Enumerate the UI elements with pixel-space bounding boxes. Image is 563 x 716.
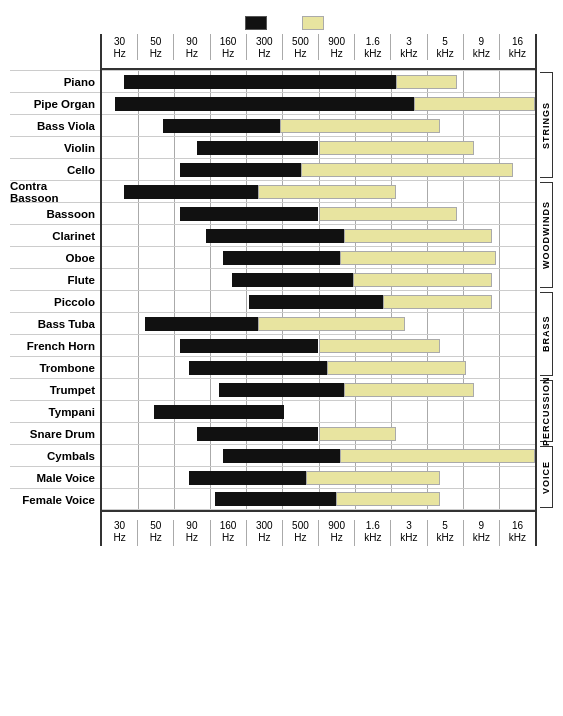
chart-row-17 (102, 444, 535, 466)
bar-fundamental-18 (189, 471, 306, 485)
instrument-label-14: Trumpet (10, 378, 100, 400)
side-group-label-0: STRINGS (540, 72, 553, 178)
bar-fundamental-8 (223, 251, 340, 265)
axis-label-top-9: 5kHz (427, 34, 463, 60)
bar-fundamental-7 (206, 229, 345, 243)
bar-harmonics-19 (336, 492, 440, 506)
bar-harmonics-7 (344, 229, 491, 243)
side-group-3: PERCUSSION (537, 378, 553, 444)
instrument-label-3: Violin (10, 136, 100, 158)
side-group-label-4: VOICE (540, 446, 553, 508)
chart-row-0 (102, 70, 535, 92)
bar-harmonics-16 (319, 427, 397, 441)
axis-label-top-11: 16kHz (499, 34, 535, 60)
instrument-label-1: Pipe Organ (10, 92, 100, 114)
instrument-label-13: Trombone (10, 356, 100, 378)
bar-fundamental-19 (215, 492, 336, 506)
rows-container (102, 70, 535, 510)
side-group-4: VOICE (537, 444, 553, 510)
chart-row-12 (102, 334, 535, 356)
bar-harmonics-11 (258, 317, 405, 331)
bar-harmonics-0 (396, 75, 457, 89)
axis-label-top-0: 30Hz (102, 34, 137, 60)
chart-row-2 (102, 114, 535, 136)
axis-label-top-2: 90Hz (173, 34, 209, 60)
instrument-label-0: Piano (10, 70, 100, 92)
chart-row-6 (102, 202, 535, 224)
bar-harmonics-10 (383, 295, 491, 309)
bar-harmonics-12 (319, 339, 440, 353)
axis-label-top-1: 50Hz (137, 34, 173, 60)
axis-label-top-6: 900Hz (318, 34, 354, 60)
fundamental-color-box (245, 16, 267, 30)
chart-row-14 (102, 378, 535, 400)
side-group-0: STRINGS (537, 70, 553, 180)
instrument-label-7: Clarinet (10, 224, 100, 246)
bar-fundamental-4 (180, 163, 301, 177)
axis-label-bottom-0: 30Hz (102, 520, 137, 546)
bar-fundamental-0 (124, 75, 397, 89)
axis-label-bottom-9: 5kHz (427, 520, 463, 546)
axis-label-bottom-2: 90Hz (173, 520, 209, 546)
bar-harmonics-1 (414, 97, 535, 111)
bar-harmonics-2 (280, 119, 440, 133)
instrument-label-4: Cello (10, 158, 100, 180)
chart-row-15 (102, 400, 535, 422)
bar-fundamental-12 (180, 339, 319, 353)
instrument-labels: PianoPipe OrganBass ViolaViolinCelloCont… (10, 34, 100, 546)
chart-row-7 (102, 224, 535, 246)
axis-label-top-5: 500Hz (282, 34, 318, 60)
axis-label-bottom-10: 9kHz (463, 520, 499, 546)
instrument-label-6: Bassoon (10, 202, 100, 224)
bar-fundamental-5 (124, 185, 258, 199)
chart-row-19 (102, 488, 535, 510)
axis-label-bottom-3: 160Hz (210, 520, 246, 546)
chart-row-18 (102, 466, 535, 488)
bar-fundamental-16 (197, 427, 318, 441)
side-labels: STRINGSWOODWINDSBRASSPERCUSSIONVOICE (537, 34, 553, 546)
side-group-label-1: WOODWINDS (540, 182, 553, 288)
chart-area: 30Hz50Hz90Hz160Hz300Hz500Hz900Hz1.6kHz3k… (100, 34, 537, 546)
instrument-label-11: Bass Tuba (10, 312, 100, 334)
chart-row-3 (102, 136, 535, 158)
axis-label-bottom-7: 1.6kHz (354, 520, 390, 546)
bar-fundamental-6 (180, 207, 319, 221)
bar-fundamental-3 (197, 141, 318, 155)
side-group-label-2: BRASS (540, 292, 553, 376)
axis-label-bottom-4: 300Hz (246, 520, 282, 546)
side-group-label-3: PERCUSSION (540, 380, 553, 442)
side-group-2: BRASS (537, 290, 553, 378)
bar-fundamental-17 (223, 449, 340, 463)
chart-row-13 (102, 356, 535, 378)
axis-label-top-3: 160Hz (210, 34, 246, 60)
bar-harmonics-13 (327, 361, 466, 375)
instrument-label-5: Contra Bassoon (10, 180, 100, 202)
axis-label-bottom-1: 50Hz (137, 520, 173, 546)
instrument-label-10: Piccolo (10, 290, 100, 312)
axis-bottom: 30Hz50Hz90Hz160Hz300Hz500Hz900Hz1.6kHz3k… (102, 510, 535, 546)
bar-harmonics-5 (258, 185, 397, 199)
instrument-label-8: Oboe (10, 246, 100, 268)
instrument-label-16: Snare Drum (10, 422, 100, 444)
bar-harmonics-9 (353, 273, 492, 287)
bar-harmonics-17 (340, 449, 535, 463)
chart-container: PianoPipe OrganBass ViolaViolinCelloCont… (10, 34, 553, 546)
axis-label-bottom-6: 900Hz (318, 520, 354, 546)
bar-fundamental-9 (232, 273, 353, 287)
chart-row-16 (102, 422, 535, 444)
bar-harmonics-3 (319, 141, 475, 155)
bar-harmonics-4 (301, 163, 513, 177)
bar-harmonics-18 (306, 471, 440, 485)
instrument-label-15: Tympani (10, 400, 100, 422)
harmonics-color-box (302, 16, 324, 30)
bar-fundamental-1 (115, 97, 414, 111)
instrument-label-2: Bass Viola (10, 114, 100, 136)
legend (10, 16, 553, 30)
bar-harmonics-14 (344, 383, 474, 397)
chart-row-5 (102, 180, 535, 202)
axis-top: 30Hz50Hz90Hz160Hz300Hz500Hz900Hz1.6kHz3k… (102, 34, 535, 70)
bar-fundamental-14 (219, 383, 345, 397)
side-group-1: WOODWINDS (537, 180, 553, 290)
axis-label-top-8: 3kHz (390, 34, 426, 60)
bar-harmonics-6 (319, 207, 458, 221)
